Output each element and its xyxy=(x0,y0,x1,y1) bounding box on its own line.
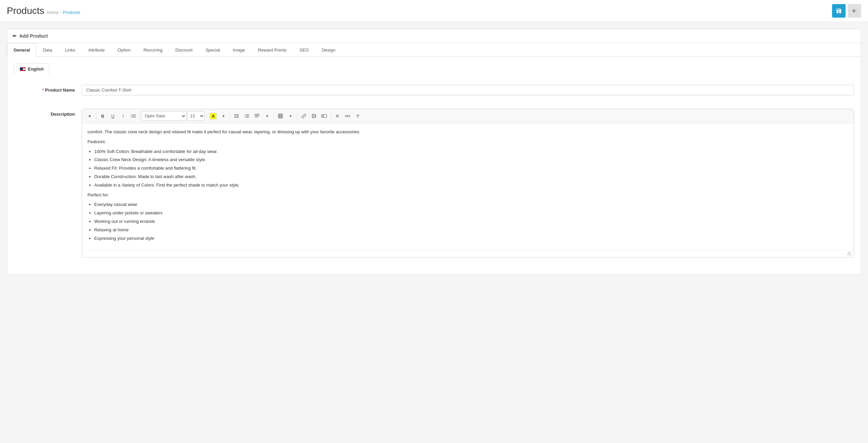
toolbar-sep-1 xyxy=(96,113,96,119)
editor-perfect-heading: Perfect for: xyxy=(87,192,848,199)
tabs-container: General Data Links Attribute Option Recu… xyxy=(7,43,861,57)
description-group: Description ✦ B U I ⌫ Open Sans Arial xyxy=(14,105,854,261)
tab-links[interactable]: Links xyxy=(59,43,82,57)
toolbar-fullscreen-button[interactable]: ✕ xyxy=(333,111,342,121)
toolbar-underline-button[interactable]: U xyxy=(108,111,118,121)
page-header: Products Home › Products xyxy=(0,0,868,22)
language-tabs: English xyxy=(14,63,854,75)
toolbar-sep-5 xyxy=(274,113,274,119)
toolbar-sep-4 xyxy=(230,113,230,119)
editor-features-heading: Features: xyxy=(87,138,848,146)
breadcrumb-separator: › xyxy=(60,10,61,15)
list-item: Everyday casual wear xyxy=(94,201,848,208)
svg-rect-14 xyxy=(255,117,258,117)
page-title: Products xyxy=(7,5,44,16)
save-button[interactable] xyxy=(832,4,846,18)
tab-general[interactable]: General xyxy=(7,43,36,57)
tab-design[interactable]: Design xyxy=(315,43,342,57)
toolbar-bold-button[interactable]: B xyxy=(98,111,107,121)
unordered-list-icon xyxy=(234,114,239,118)
breadcrumb-home[interactable]: Home xyxy=(47,10,59,15)
tab-option[interactable]: Option xyxy=(111,43,137,57)
toolbar-table-button[interactable] xyxy=(276,111,285,121)
svg-point-4 xyxy=(235,117,236,118)
table-icon xyxy=(278,114,283,118)
toolbar-link-button[interactable] xyxy=(299,111,309,121)
header-left: Products Home › Products xyxy=(7,5,80,16)
product-name-input[interactable] xyxy=(82,85,854,95)
tab-discount[interactable]: Discount xyxy=(169,43,199,57)
link-icon xyxy=(301,114,306,118)
list-item: Available in a Variety of Colors: Find t… xyxy=(94,182,848,189)
font-color-icon: A xyxy=(210,113,216,119)
toolbar-media-button[interactable] xyxy=(319,111,329,121)
list-item: Durable Construction: Made to last wash … xyxy=(94,173,848,180)
toolbar-unordered-list-button[interactable] xyxy=(232,111,241,121)
list-item: Working out or running errands xyxy=(94,218,848,225)
list-item: Relaxed Fit: Provides a comfortable and … xyxy=(94,165,848,172)
breadcrumb: Home › Products xyxy=(47,10,80,15)
tab-special[interactable]: Special xyxy=(199,43,226,57)
tab-recurring[interactable]: Recurring xyxy=(137,43,169,57)
lang-tab-english[interactable]: English xyxy=(14,63,50,75)
svg-rect-13 xyxy=(255,115,259,116)
toolbar-font-color-button[interactable]: A xyxy=(209,111,218,121)
editor-perfect-list: Everyday casual wear Layering under jack… xyxy=(94,201,848,242)
toolbar-color-dropdown-button[interactable]: ▼ xyxy=(219,111,228,121)
toolbar-codeview-button[interactable]: </> xyxy=(343,111,352,121)
toolbar-sep-2 xyxy=(140,113,140,119)
tab-reward-points[interactable]: Reward Points xyxy=(252,43,293,57)
tab-data[interactable]: Data xyxy=(36,43,58,57)
english-flag-icon xyxy=(20,67,26,71)
toolbar-eraser-button[interactable]: ⌫ xyxy=(129,111,138,121)
editor-resize-handle[interactable] xyxy=(847,252,851,256)
svg-point-21 xyxy=(313,115,314,116)
svg-rect-11 xyxy=(246,117,249,118)
product-card: ✏ Add Product General Data Links Attribu… xyxy=(7,29,861,275)
editor-features-list: 100% Soft Cotton: Breathable and comfort… xyxy=(94,148,848,189)
font-size-select[interactable]: 13 10 11 12 14 16 18 xyxy=(187,111,205,121)
editor-toolbar: ✦ B U I ⌫ Open Sans Arial Times New Roma… xyxy=(82,109,854,123)
svg-text:3.: 3. xyxy=(244,116,246,118)
save-icon xyxy=(836,8,842,14)
toolbar-align-button[interactable] xyxy=(252,111,262,121)
toolbar-italic-button[interactable]: I xyxy=(118,111,128,121)
tab-content-general: English Product Name Description ✦ B U xyxy=(7,57,861,274)
toolbar-image-button[interactable] xyxy=(309,111,319,121)
toolbar-sep-6 xyxy=(297,113,297,119)
font-family-select[interactable]: Open Sans Arial Times New Roman xyxy=(142,111,186,121)
list-item: Layering under jackets or sweaters xyxy=(94,210,848,217)
svg-rect-7 xyxy=(246,114,249,115)
card-header: ✏ Add Product xyxy=(7,29,861,43)
toolbar-align-dropdown-button[interactable]: ▼ xyxy=(262,111,272,121)
breadcrumb-current[interactable]: Products xyxy=(63,10,80,15)
editor-body[interactable]: comfort. The classic crew neck design an… xyxy=(82,123,854,250)
svg-rect-5 xyxy=(236,117,239,118)
list-item: Classic Crew Neck Design: A timeless and… xyxy=(94,156,848,163)
align-icon xyxy=(255,114,259,118)
toolbar-table-dropdown-button[interactable]: ▼ xyxy=(286,111,295,121)
toolbar-help-button[interactable]: ? xyxy=(353,111,362,121)
header-buttons xyxy=(832,4,861,18)
product-name-group: Product Name xyxy=(14,81,854,99)
toolbar-ordered-list-button[interactable]: 1. 2. 3. xyxy=(242,111,252,121)
toolbar-magic-button[interactable]: ✦ xyxy=(85,111,94,121)
tab-image[interactable]: Image xyxy=(226,43,252,57)
toolbar-sep-7 xyxy=(331,113,331,119)
ordered-list-icon: 1. 2. 3. xyxy=(244,114,249,118)
tab-attribute[interactable]: Attribute xyxy=(82,43,111,57)
tab-seo[interactable]: SEO xyxy=(293,43,315,57)
list-item: 100% Soft Cotton: Breathable and comfort… xyxy=(94,148,848,155)
svg-rect-15 xyxy=(278,114,282,118)
svg-point-0 xyxy=(235,114,236,115)
media-icon xyxy=(321,114,327,118)
product-name-label: Product Name xyxy=(14,85,82,93)
svg-rect-3 xyxy=(236,116,239,116)
svg-rect-12 xyxy=(255,114,259,115)
editor-footer xyxy=(82,250,854,257)
pencil-icon: ✏ xyxy=(13,33,17,39)
back-button[interactable] xyxy=(848,4,861,18)
description-label: Description xyxy=(14,109,82,117)
svg-point-2 xyxy=(235,116,236,117)
toolbar-sep-3 xyxy=(206,113,207,119)
